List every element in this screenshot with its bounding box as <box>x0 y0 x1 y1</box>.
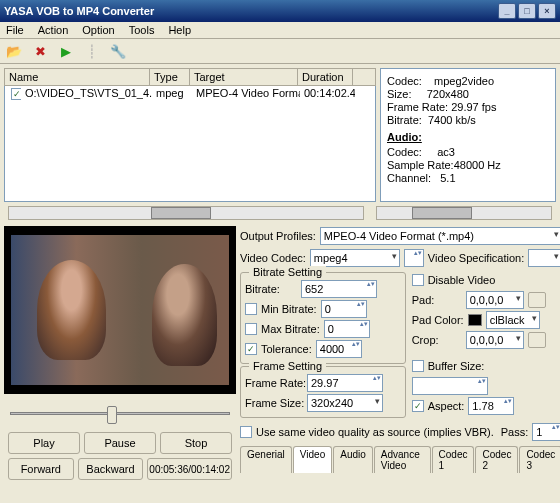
tab-general[interactable]: Generial <box>240 446 292 473</box>
tab-video[interactable]: Video <box>293 446 332 473</box>
toolbar-separator: ┊ <box>82 41 102 61</box>
padcolor-swatch <box>468 314 482 326</box>
play-button[interactable]: Play <box>8 432 80 454</box>
tab-advvideo[interactable]: Advance Video <box>374 446 431 473</box>
frame-group: Frame Setting Frame Rate:29.97 Frame Siz… <box>240 366 406 418</box>
padcolor-select[interactable]: clBlack <box>486 311 540 329</box>
remove-icon[interactable]: ✖ <box>30 41 50 61</box>
header-duration[interactable]: Duration <box>298 69 353 85</box>
aspect-check[interactable]: ✓ <box>412 400 424 412</box>
video-codec-spin[interactable] <box>404 249 424 267</box>
pad-button[interactable] <box>528 292 546 308</box>
menu-file[interactable]: File <box>6 24 24 36</box>
maxbr-input[interactable]: 0 <box>324 320 370 338</box>
maxbr-check[interactable] <box>245 323 257 335</box>
convert-icon[interactable]: ▶ <box>56 41 76 61</box>
framerate-input[interactable]: 29.97 <box>307 374 383 392</box>
bitrate-input[interactable]: 652 <box>301 280 377 298</box>
header-type[interactable]: Type <box>150 69 190 85</box>
pad-input[interactable]: 0,0,0,0 <box>466 291 524 309</box>
aspect-input[interactable]: 1.78 <box>468 397 514 415</box>
seek-slider[interactable] <box>10 402 230 426</box>
menubar: File Action Option Tools Help <box>0 22 560 39</box>
minbr-check[interactable] <box>245 303 257 315</box>
filelist-hscroll[interactable] <box>8 206 364 220</box>
samequality-check[interactable] <box>240 426 252 438</box>
tab-codec2[interactable]: Codec 2 <box>475 446 518 473</box>
close-button[interactable]: × <box>538 3 556 19</box>
minimize-button[interactable]: _ <box>498 3 516 19</box>
stop-button[interactable]: Stop <box>160 432 232 454</box>
media-info-panel: Codec: mpeg2video Size: 720x480 Frame Ra… <box>380 68 556 202</box>
output-profiles-select[interactable]: MPEO-4 Video Format (*.mp4) <box>320 227 560 245</box>
disable-video-check[interactable] <box>412 274 424 286</box>
header-target[interactable]: Target <box>190 69 298 85</box>
minbr-input[interactable]: 0 <box>321 300 367 318</box>
bitrate-group: Bitrate Setting Bitrate:652 Min Bitrate:… <box>240 272 406 364</box>
tolerance-check[interactable]: ✓ <box>245 343 257 355</box>
crop-button[interactable] <box>528 332 546 348</box>
row-name: O:\VIDEO_TS\VTS_01_4.VOB <box>21 87 152 100</box>
settings-tabs: Generial Video Audio Advance Video Codec… <box>240 446 560 473</box>
menu-action[interactable]: Action <box>38 24 69 36</box>
menu-option[interactable]: Option <box>82 24 114 36</box>
header-name[interactable]: Name <box>5 69 150 85</box>
tab-codec1[interactable]: Codec 1 <box>432 446 475 473</box>
buffer-input[interactable] <box>412 377 488 395</box>
output-profiles-label: Output Profiles: <box>240 230 316 242</box>
backward-button[interactable]: Backward <box>78 458 144 480</box>
maximize-button[interactable]: □ <box>518 3 536 19</box>
row-duration: 00:14:02.4 <box>300 87 355 100</box>
file-list: Name Type Target Duration ✓ O:\VIDEO_TS\… <box>4 68 376 202</box>
file-row[interactable]: ✓ O:\VIDEO_TS\VTS_01_4.VOB mpeg MPEO-4 V… <box>5 86 375 101</box>
timecode-display: 00:05:36/00:14:02 <box>147 458 232 480</box>
video-spec-label: Video Specification: <box>428 252 524 264</box>
tool-icon[interactable]: 🔧 <box>108 41 128 61</box>
window-title: YASA VOB to MP4 Converter <box>4 5 154 17</box>
video-codec-select[interactable]: mpeg4 <box>310 249 400 267</box>
pass-input[interactable]: 1 <box>532 423 560 441</box>
tab-audio[interactable]: Audio <box>333 446 373 473</box>
tab-codec3[interactable]: Codec 3 <box>519 446 560 473</box>
video-codec-label: Video Codec: <box>240 252 306 264</box>
open-icon[interactable]: 📂 <box>4 41 24 61</box>
crop-input[interactable]: 0,0,0,0 <box>466 331 524 349</box>
menu-help[interactable]: Help <box>168 24 191 36</box>
row-checkbox[interactable]: ✓ <box>11 88 21 100</box>
framesize-select[interactable]: 320x240 <box>307 394 383 412</box>
row-target: MPEO-4 Video Format <box>192 87 300 100</box>
pause-button[interactable]: Pause <box>84 432 156 454</box>
video-preview <box>4 226 236 394</box>
forward-button[interactable]: Forward <box>8 458 74 480</box>
buffer-check[interactable] <box>412 360 424 372</box>
tolerance-input[interactable]: 4000 <box>316 340 362 358</box>
row-type: mpeg <box>152 87 192 100</box>
video-spec-select[interactable] <box>528 249 560 267</box>
titlebar[interactable]: YASA VOB to MP4 Converter _ □ × <box>0 0 560 22</box>
info-hscroll[interactable] <box>376 206 552 220</box>
toolbar: 📂 ✖ ▶ ┊ 🔧 <box>0 39 560 64</box>
menu-tools[interactable]: Tools <box>129 24 155 36</box>
